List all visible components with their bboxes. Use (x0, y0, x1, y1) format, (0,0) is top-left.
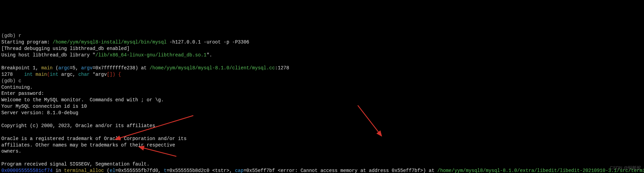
libthread-path: /lib/x86_64-linux-gnu/libthread_db.so.1 (95, 52, 207, 58)
conn-id: Your MySQL connection id is 10 (1, 104, 87, 109)
trademark-2: affiliates. Other names may be trademark… (1, 142, 175, 148)
continuing: Continuing. (1, 85, 33, 90)
server-version: Server version: 8.1.0-debug (1, 110, 78, 116)
trademark-1: Oracle is a registered trademark of Orac… (1, 136, 187, 141)
program-path: /home/yym/mysql8-install/mysql/bin/mysql (53, 39, 167, 45)
gdb-prompt-c[interactable]: (gdb) c (1, 78, 21, 84)
welcome-msg: Welcome to the MySQL monitor. Commands e… (1, 97, 164, 103)
program-args: -h127.0.0.1 -uroot -p -P3306 (167, 39, 249, 45)
trademark-3: owners. (1, 149, 21, 154)
terminal-output: (gdb) r Starting program: /home/yym/mysq… (0, 26, 644, 173)
enter-password[interactable]: Enter password: (1, 91, 44, 96)
starting-program-label: Starting program: (1, 39, 53, 45)
copyright: Copyright (c) 2000, 2023, Oracle and/or … (1, 123, 158, 128)
fault-func: terminal_alloc (64, 168, 104, 173)
gdb-prompt[interactable]: (gdb) r (1, 33, 21, 38)
breakpoint-label: Breakpoint 1, (1, 65, 41, 71)
using-host-b: ". (207, 52, 212, 58)
fault-address: 0x000055555581cf74 (1, 168, 53, 173)
using-host-a: Using host libthread_db library " (1, 52, 95, 58)
thread-debug-msg: [Thread debugging using libthread_db ena… (1, 46, 130, 51)
bp-func: main (41, 65, 53, 71)
bp-file: /home/yym/mysql8/mysql-8.1.0/client/mysq… (150, 65, 275, 71)
watermark: CSDN @蜗蜓蚁 (610, 165, 641, 171)
sigsegv-msg: Program received signal SIGSEGV, Segment… (1, 161, 150, 167)
